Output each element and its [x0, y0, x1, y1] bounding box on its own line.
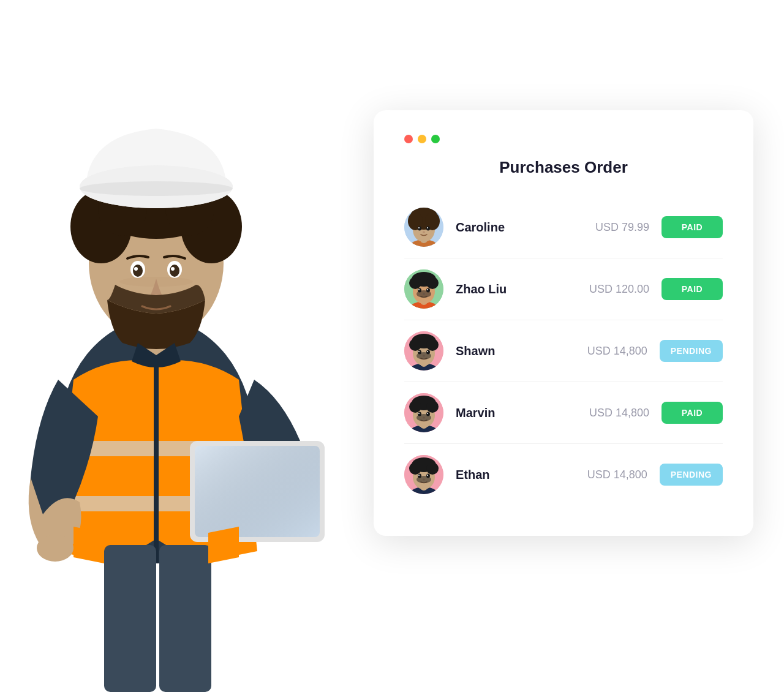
- close-button[interactable]: [404, 135, 413, 143]
- svg-point-34: [418, 227, 421, 231]
- svg-point-20: [133, 265, 143, 277]
- svg-rect-6: [195, 446, 320, 537]
- svg-point-45: [426, 277, 439, 289]
- svg-point-62: [427, 351, 428, 352]
- svg-point-70: [409, 401, 421, 413]
- svg-point-87: [418, 475, 420, 476]
- minimize-button[interactable]: [418, 135, 426, 143]
- svg-point-77: [417, 414, 431, 421]
- svg-point-36: [418, 227, 420, 228]
- svg-point-75: [427, 413, 428, 414]
- svg-point-35: [426, 227, 430, 231]
- svg-point-83: [409, 462, 421, 475]
- svg-point-2: [37, 535, 74, 562]
- svg-point-88: [427, 475, 428, 476]
- amount-marvin: USD 14,800: [570, 407, 649, 419]
- amount-ethan: USD 14,800: [568, 468, 647, 481]
- svg-point-37: [427, 227, 428, 228]
- svg-point-21: [170, 265, 179, 277]
- svg-point-61: [418, 351, 420, 352]
- status-badge-shawn[interactable]: PENDING: [660, 340, 723, 362]
- avatar-ethan: [404, 455, 443, 494]
- avatar-marvin: [404, 393, 443, 432]
- amount-caroline: USD 79.99: [570, 221, 649, 234]
- svg-point-44: [409, 277, 421, 289]
- svg-rect-24: [104, 545, 156, 692]
- panel-title: Purchases Order: [404, 158, 723, 177]
- avatar-caroline: [404, 208, 443, 247]
- svg-point-84: [426, 462, 439, 475]
- svg-point-49: [427, 289, 428, 290]
- svg-point-57: [409, 339, 421, 351]
- svg-rect-25: [159, 545, 211, 692]
- avatar-zhao-liu: [404, 269, 443, 309]
- svg-point-58: [426, 339, 439, 351]
- maximize-button[interactable]: [431, 135, 440, 143]
- order-row-caroline: Caroline USD 79.99 PAID: [404, 197, 723, 258]
- svg-point-23: [171, 267, 175, 271]
- amount-zhao-liu: USD 120.00: [570, 283, 649, 296]
- purchase-order-panel: Purchases Order: [374, 110, 753, 536]
- svg-point-51: [417, 290, 431, 298]
- svg-point-22: [134, 267, 138, 271]
- svg-point-48: [418, 289, 420, 290]
- order-row-zhao-liu: Zhao Liu USD 120.00 PAID: [404, 258, 723, 320]
- order-row-shawn: Shawn USD 14,800 PENDING: [404, 320, 723, 382]
- svg-point-26: [119, 277, 193, 287]
- svg-point-38: [423, 231, 425, 233]
- person-name-caroline: Caroline: [456, 220, 557, 235]
- status-badge-marvin[interactable]: PAID: [662, 402, 723, 424]
- person-name-marvin: Marvin: [456, 406, 557, 420]
- worker-illustration: [0, 0, 343, 692]
- amount-shawn: USD 14,800: [568, 345, 647, 358]
- svg-point-71: [426, 401, 439, 413]
- person-name-ethan: Ethan: [456, 468, 556, 482]
- order-row-marvin: Marvin USD 14,800 PAID: [404, 382, 723, 444]
- svg-point-64: [417, 352, 431, 359]
- status-badge-ethan[interactable]: PENDING: [660, 464, 723, 486]
- person-name-shawn: Shawn: [456, 344, 556, 358]
- svg-point-90: [417, 476, 431, 483]
- svg-point-17: [80, 181, 233, 196]
- person-name-zhao-liu: Zhao Liu: [456, 282, 557, 296]
- status-badge-zhao-liu[interactable]: PAID: [662, 278, 723, 300]
- avatar-shawn: [404, 331, 443, 370]
- svg-point-74: [418, 413, 420, 414]
- orders-list: Caroline USD 79.99 PAID: [404, 197, 723, 505]
- order-row-ethan: Ethan USD 14,800 PENDING: [404, 444, 723, 505]
- window-controls: [404, 135, 723, 143]
- status-badge-caroline[interactable]: PAID: [662, 216, 723, 238]
